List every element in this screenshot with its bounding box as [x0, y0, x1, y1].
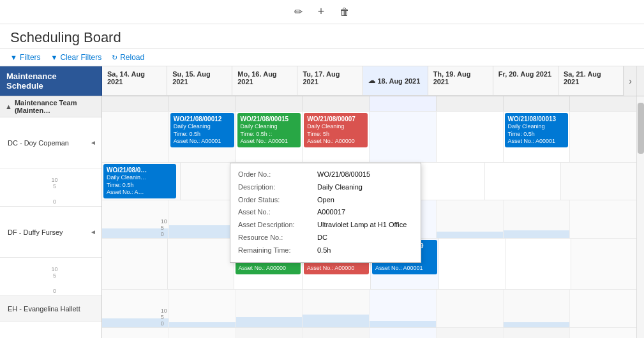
group-label: Maintenance Team (Mainten… — [15, 99, 96, 114]
collapse-icon: ▲ — [5, 103, 12, 110]
page-title: Scheduling Board — [0, 24, 644, 49]
util-label-dc: 10 5 0 — [0, 168, 101, 207]
dc-work-order-row: WO/21/08/00012 Daily Cleaning Time: 0.5h… — [102, 112, 636, 163]
dc-row2: WO/21/08/0… Daily Cleanin… Time: 0.5h As… — [102, 163, 636, 200]
wo-detail: Daily Cleanin… — [107, 174, 173, 182]
util-label-df: 10 5 0 — [0, 258, 101, 296]
tip-resource-label: Resource No.: — [238, 232, 315, 244]
dc-cell-su15: WO/21/08/00012 Daily Cleaning Time: 0.5h… — [169, 112, 236, 162]
board-header: Maintenance Schedule Sa, 14. Aug 2021 Su… — [0, 66, 644, 96]
wo-title: WO/21/08/0… — [107, 166, 173, 174]
row-labels: ▲ Maintenance Team (Mainten… DC - Doy Co… — [0, 96, 102, 338]
reload-label: Reload — [120, 53, 144, 62]
wo-detail: Daily Cleaning — [307, 123, 364, 131]
scrollbar-stub-header — [636, 66, 644, 96]
date-col-tu17: Tu, 17. Aug 2021 — [297, 66, 363, 96]
filters-label: Filters — [20, 53, 41, 62]
tooltip-panel: Order No.: WO/21/08/00015 Description: D… — [230, 163, 421, 263]
tip-desc-value: Daily Cleaning — [317, 181, 363, 194]
wo-card-wo12[interactable]: WO/21/08/00012 Daily Cleaning Time: 0.5h… — [170, 113, 234, 147]
tip-asset-desc-value: Ultraviolet Lamp at H1 Office — [317, 219, 407, 232]
clear-filters-button[interactable]: ▼ Clear Filters — [51, 53, 102, 62]
dc-cell-th19 — [437, 112, 504, 162]
expand-dc-icon: ◄ — [90, 139, 96, 146]
dc-cell-we18 — [370, 112, 437, 162]
resource-label-eh: EH - Evangelina Hallett — [0, 296, 101, 322]
filter-icon: ▼ — [10, 54, 17, 61]
expand-df-icon: ◄ — [90, 228, 96, 235]
dc-cell-tu17: WO/21/08/00007 Daily Cleaning Time: 5h A… — [303, 112, 370, 162]
board-container: Maintenance Schedule Sa, 14. Aug 2021 Su… — [0, 66, 644, 338]
tip-status-value: Open — [317, 194, 334, 207]
date-col-mo16: Mo, 16. Aug 2021 — [232, 66, 297, 96]
date-columns-header: Sa, 14. Aug 2021 Su, 15. Aug 2021 Mo, 16… — [102, 66, 624, 96]
wo-asset: Asset No.: A00001 — [174, 138, 231, 145]
resource-dc-name: DC - Doy Copeman — [8, 139, 69, 147]
tip-remaining-label: Remaining Time: — [238, 244, 315, 257]
wo-detail: Daily Cleaning — [508, 123, 565, 131]
reload-button[interactable]: ↻ Reload — [112, 53, 144, 62]
top-toolbar: ✏ + 🗑 — [0, 0, 644, 24]
wo-detail: Daily Cleaning — [174, 123, 231, 131]
date-col-sa14: Sa, 14. Aug 2021 — [102, 66, 167, 96]
wo-asset: Asset No.: A00001 — [241, 138, 298, 145]
nav-next-button[interactable]: › — [624, 66, 636, 96]
scrollbar-track[interactable] — [636, 96, 644, 338]
wo-time: Time: 0.5h — [174, 131, 231, 138]
date-col-fr20: Fr, 20. Aug 2021 — [493, 66, 558, 96]
group-grid-row — [102, 96, 636, 112]
row-label-header: Maintenance Schedule — [0, 66, 102, 96]
wo-card-wo15b[interactable]: WO/21/08/0… Daily Cleanin… Time: 0.5h As… — [103, 164, 176, 198]
reload-icon: ↻ — [112, 54, 117, 62]
dc-row2-sa14: WO/21/08/0… Daily Cleanin… Time: 0.5h As… — [102, 163, 181, 200]
tip-order-no-label: Order No.: — [238, 168, 315, 181]
cloud-icon: ☁ — [368, 77, 375, 85]
df-util-row: 1050 — [102, 290, 636, 328]
filters-button[interactable]: ▼ Filters — [10, 53, 41, 62]
wo-card-wo07a[interactable]: WO/21/08/00007 Daily Cleaning Time: 5h A… — [304, 113, 368, 147]
tip-desc-label: Description: — [238, 181, 315, 194]
wo-card-wo13[interactable]: WO/21/08/00013 Daily Cleaning Time: 0.5h… — [505, 113, 569, 147]
wo-title: WO/21/08/00015 — [241, 115, 298, 123]
tip-order-no-value: WO/21/08/00015 — [317, 168, 370, 181]
date-col-we18: ☁18. Aug 2021 — [363, 66, 428, 96]
resource-label-df[interactable]: DF - Duffy Fursey ◄ — [0, 207, 101, 258]
tip-asset-value: A000017 — [317, 206, 345, 219]
add-icon[interactable]: + — [318, 5, 325, 19]
date-col-th19: Th, 19. Aug 2021 — [428, 66, 493, 96]
dc-cell-mo16: WO/21/08/00015 Daily Cleaning Time: 0.5h… — [236, 112, 303, 162]
date-col-sa21: Sa, 21. Aug 2021 — [558, 66, 624, 96]
dc-cell-sa21 — [570, 112, 636, 162]
delete-icon[interactable]: 🗑 — [340, 6, 350, 18]
tip-asset-desc-label: Asset Description: — [238, 219, 315, 232]
eh-row — [102, 328, 636, 338]
edit-icon[interactable]: ✏ — [294, 6, 303, 18]
wo-title: WO/21/08/00007 — [307, 115, 364, 123]
tip-asset-label: Asset No.: — [238, 206, 315, 219]
wo-asset: Asset No.: A00000 — [307, 138, 364, 145]
date-col-su15: Su, 15. Aug 2021 — [167, 66, 232, 96]
clear-filter-icon: ▼ — [51, 54, 58, 61]
wo-detail: Daily Cleaning — [241, 123, 298, 131]
dc-cell-fr20: WO/21/08/00013 Daily Cleaning Time: 0.5h… — [504, 112, 571, 162]
resource-df-name: DF - Duffy Fursey — [8, 228, 63, 236]
clear-filters-label: Clear Filters — [60, 53, 101, 62]
tip-resource-value: DC — [317, 232, 327, 244]
wo-asset: Asset No.: A00001 — [508, 138, 565, 145]
scrollbar-thumb[interactable] — [638, 103, 644, 154]
board-body: ▲ Maintenance Team (Mainten… DC - Doy Co… — [0, 96, 644, 338]
dc-cell-sa14 — [102, 112, 169, 162]
wo-time: Time: 0.5h :: — [241, 131, 298, 138]
wo-time: Time: 5h — [307, 131, 364, 138]
tip-status-label: Order Status: — [238, 194, 315, 207]
wo-title: WO/21/08/00012 — [174, 115, 231, 123]
grid-area: WO/21/08/00012 Daily Cleaning Time: 0.5h… — [102, 96, 636, 338]
resource-label-kc[interactable]: KC - Kimbell Communsso ◄ — [0, 322, 101, 338]
resource-label-dc[interactable]: DC - Doy Copeman ◄ — [0, 117, 101, 168]
wo-time: Time: 0.5h — [508, 131, 565, 138]
wo-title: WO/21/08/00013 — [508, 115, 565, 123]
tip-remaining-value: 0.5h — [317, 244, 331, 257]
group-header-label: ▲ Maintenance Team (Mainten… — [0, 96, 101, 117]
resource-eh-name: EH - Evangelina Hallett — [8, 305, 80, 313]
wo-card-wo15[interactable]: WO/21/08/00015 Daily Cleaning Time: 0.5h… — [237, 113, 301, 147]
